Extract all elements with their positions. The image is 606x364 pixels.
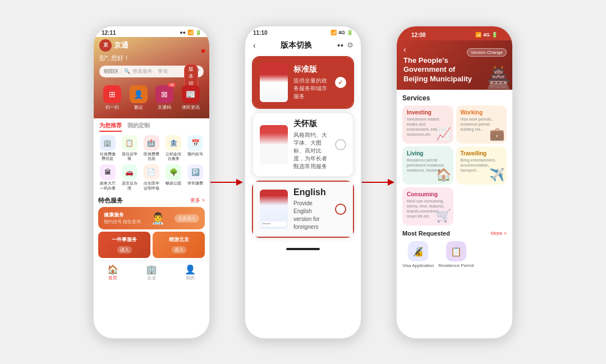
quick-item-id[interactable]: 👤 觐证 xyxy=(130,85,148,110)
health-title: 健康服务 xyxy=(104,211,141,219)
health-subtitle: 预约挂号 报告查询 xyxy=(104,219,141,225)
service-label-2: 医保费费信息 xyxy=(142,152,160,162)
quick-item-code[interactable]: ⊠ 45 京通码 xyxy=(155,85,173,110)
list-item[interactable]: 🅿️ 停车缴费 xyxy=(186,164,205,191)
travelling-card[interactable]: Travelling Bring entertainment, accommod… xyxy=(456,146,507,185)
phone3-status: 12:08 📶4G🔋 xyxy=(397,26,512,40)
care-version-card[interactable]: 关怀版 风格简约、大字体、大图标、高对比度，为年长者甄选常用服务 xyxy=(252,112,354,177)
list-item[interactable]: 🏦 公积金综合服务 xyxy=(164,135,183,162)
english-version-card[interactable]: Services English Provide English version… xyxy=(252,181,354,238)
more-dots[interactable]: •• xyxy=(337,41,344,50)
list-item[interactable]: 🏛 政务大厅一码办事 xyxy=(98,164,117,191)
visa-item[interactable]: 🔏 Visa Application xyxy=(402,241,434,268)
page-title: 版本切换 xyxy=(281,40,312,50)
tab-recommend[interactable]: 为您推荐 xyxy=(99,122,122,132)
code-label: 京通码 xyxy=(155,104,173,110)
service-icon-3: 🏦 xyxy=(166,135,181,151)
target-icon[interactable]: ⊙ xyxy=(347,41,353,50)
standard-version-card[interactable]: 标准版 提供全量的政务服务和城市服务 ✓ xyxy=(252,56,354,109)
service-icon-8: 🌳 xyxy=(166,164,181,180)
list-item[interactable]: 📋 居住证申领 xyxy=(120,135,139,162)
quick-item-scan[interactable]: ⊞ 扫一扫 xyxy=(103,85,121,110)
nav-profile[interactable]: 👤 我的 xyxy=(185,264,196,281)
phone2-nav: ‹ 版本切换 •• ⊙ xyxy=(245,37,361,53)
travelling-title: Travelling xyxy=(461,150,503,156)
hero-title: The People's Government of Beijing Munic… xyxy=(403,56,476,85)
residence-item[interactable]: 📋 Residence Permit xyxy=(438,241,474,268)
health-banner[interactable]: 健康服务 预约挂号 报告查询 👨‍⚕️ 点击进入 xyxy=(98,207,205,229)
banner-service[interactable]: 一件事服务 进入 xyxy=(98,232,150,258)
service-label-5: 政务大厅一码办事 xyxy=(98,181,117,191)
visa-label: Visa Application xyxy=(402,263,434,268)
most-requested-more[interactable]: More > xyxy=(491,231,507,236)
nav-profile-label: 我的 xyxy=(185,275,196,281)
two-banners: 一件事服务 进入 精游北京 进入 xyxy=(98,232,205,258)
banner-service-btn[interactable]: 进入 xyxy=(117,246,132,254)
standard-card-inner: 标准版 提供全量的政务服务和城市服务 ✓ xyxy=(253,57,353,108)
news-icon: 📰 xyxy=(182,85,200,103)
service-label-1: 居住证申领 xyxy=(120,152,139,162)
quick-item-news[interactable]: 📰 便民资讯 xyxy=(182,85,200,110)
travelling-icon: ✈️ xyxy=(489,168,504,182)
service-label-0: 社保费缴费信息 xyxy=(98,152,117,162)
living-icon: 🏠 xyxy=(436,168,451,182)
service-label-7: 出生医学证明申领 xyxy=(142,181,160,191)
tab-custom[interactable]: 我的定制 xyxy=(127,122,150,132)
profile-icon: 👤 xyxy=(185,264,196,275)
list-item[interactable]: 🏥 医保费费信息 xyxy=(142,135,160,162)
phone3-hero: ‹ The People's Government of Beijing Mun… xyxy=(397,40,512,90)
feature-header: 特色服务 更多 > xyxy=(98,196,205,205)
working-card[interactable]: Working Visa work permits, residence per… xyxy=(456,105,507,144)
nav-home[interactable]: 🏠 首页 xyxy=(107,264,118,281)
most-requested-title: Most Requested xyxy=(402,230,450,237)
time-1: 12:11 xyxy=(102,30,116,36)
phone1-header: 京 京通 版本切换 彭*, 您好！ 朝阳区 🔍 搜索服务、事项 🎤 ⊞ xyxy=(94,37,209,118)
english-card-inner: Services English Provide English version… xyxy=(253,182,353,237)
phone-3: 12:08 📶4G🔋 ‹ The People's Government of … xyxy=(396,25,513,339)
consuming-card[interactable]: Consuming Most use consuming, stores, ti… xyxy=(402,187,453,225)
code-icon: ⊠ 45 xyxy=(155,85,173,103)
care-title: 关怀版 xyxy=(293,119,329,129)
status-bar-2: 11:10 📶4G🔋 xyxy=(245,26,361,37)
scan-icon: ⊞ xyxy=(103,85,121,103)
banner-beijing-btn[interactable]: 进入 xyxy=(172,246,186,254)
nav-enterprise[interactable]: 🏢 企业 xyxy=(146,264,157,281)
care-content: 关怀版 风格简约、大字体、大图标、高对比度，为年长者甄选常用服务 xyxy=(293,119,329,171)
service-icon-2: 🏥 xyxy=(144,135,159,151)
living-card[interactable]: Living Residence permit permanent reside… xyxy=(402,146,453,185)
care-desc: 风格简约、大字体、大图标、高对比度，为年长者甄选常用服务 xyxy=(293,131,329,171)
investing-title: Investing xyxy=(407,109,449,116)
nav-actions: •• ⊙ xyxy=(337,41,353,50)
service-label-3: 公积金综合服务 xyxy=(164,152,183,162)
service-icon-9: 🅿️ xyxy=(187,164,203,180)
feature-section: 特色服务 更多 > 健康服务 预约挂号 报告查询 👨‍⚕️ 点击进入 一件事服务… xyxy=(94,194,209,260)
care-radio xyxy=(335,139,346,150)
service-label-6: 进京证办理 xyxy=(120,181,139,191)
health-figure: 👨‍⚕️ xyxy=(151,211,165,225)
health-btn[interactable]: 点击进入 xyxy=(175,214,199,223)
standard-content: 标准版 提供全量的政务服务和城市服务 xyxy=(293,64,329,100)
list-item[interactable]: 📅 预约挂号 xyxy=(186,135,205,162)
list-item[interactable]: 📄 出生医学证明申领 xyxy=(142,164,160,191)
banner-beijing-text: 精游北京 xyxy=(156,236,201,243)
residence-icon: 📋 xyxy=(446,241,466,261)
logo-text: 京通 xyxy=(114,40,128,50)
back-arrow[interactable]: ‹ xyxy=(253,41,256,50)
service-icon-7: 📄 xyxy=(144,164,159,180)
tabs-row: 为您推荐 我的定制 xyxy=(94,118,209,133)
english-title: English xyxy=(293,187,329,197)
service-grid: 🏢 社保费缴费信息 📋 居住证申领 🏥 医保费费信息 🏦 公积金综合服务 📅 预… xyxy=(94,133,209,195)
list-item[interactable]: 🚗 进京证办理 xyxy=(120,164,139,191)
banner-beijing[interactable]: 精游北京 进入 xyxy=(153,232,205,258)
list-item[interactable]: 🌳 畅游公园 xyxy=(164,164,183,191)
consuming-icon: 🛒 xyxy=(436,209,451,223)
feature-title: 特色服务 xyxy=(98,196,123,205)
list-item[interactable]: 🏢 社保费缴费信息 xyxy=(98,135,117,162)
investing-card[interactable]: Investing Investment related trades and … xyxy=(402,105,453,144)
version-change-btn[interactable]: Version Change xyxy=(467,48,507,57)
residence-label: Residence Permit xyxy=(438,263,474,268)
visa-icon: 🔏 xyxy=(408,241,428,261)
more-link[interactable]: 更多 > xyxy=(190,197,205,204)
service-icon-0: 🏢 xyxy=(100,135,116,151)
service-icon-5: 🏛 xyxy=(100,164,116,180)
